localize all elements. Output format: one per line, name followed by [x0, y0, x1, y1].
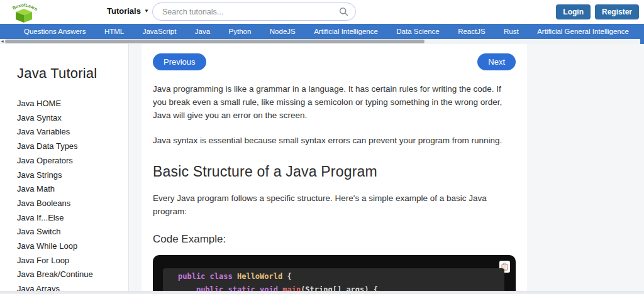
tutorials-menu-label: Tutorials	[107, 6, 141, 16]
sidebar-item-java-booleans[interactable]: Java Booleans	[17, 197, 128, 211]
sidebar-item-java-switch[interactable]: Java Switch	[17, 225, 128, 239]
scrollbar-right-nub	[640, 39, 644, 44]
sidebar-title: Java Tutorial	[17, 65, 128, 82]
login-button[interactable]: Login	[556, 4, 591, 19]
sidebar: Java Tutorial Java HOMEJava SyntaxJava V…	[0, 44, 129, 291]
intro-paragraph: Java programming is like a grammar in a …	[153, 82, 516, 122]
nav-item-html[interactable]: HTML	[104, 28, 124, 35]
search-icon[interactable]	[339, 7, 348, 16]
nav-item-artificial-general-intelligence[interactable]: Artificial General Intelligence	[537, 28, 629, 35]
nav-item-reactjs[interactable]: ReactJS	[458, 28, 485, 35]
nav-item-java[interactable]: Java	[195, 28, 210, 35]
sidebar-item-java-operators[interactable]: Java Operators	[17, 154, 128, 168]
nav-item-python[interactable]: Python	[229, 28, 252, 35]
nav-item-nodejs[interactable]: NodeJS	[270, 28, 296, 35]
horizontal-scrollbar[interactable]: ◄	[0, 39, 644, 44]
search-input[interactable]	[153, 8, 339, 16]
boxoflearn-logo[interactable]: BoxofLearn	[6, 1, 42, 23]
sidebar-item-java-data-types[interactable]: Java Data Types	[17, 139, 128, 154]
nav-item-data-science[interactable]: Data Science	[396, 28, 439, 35]
scrollbar-left-arrow-icon[interactable]: ◄	[0, 39, 4, 44]
sidebar-item-java-variables[interactable]: Java Variables	[17, 125, 128, 139]
sidebar-item-java-arrays[interactable]: Java Arrays	[17, 282, 128, 291]
nav-item-rust[interactable]: Rust	[504, 28, 519, 35]
sidebar-item-java-if-else[interactable]: Java If...Else	[17, 211, 128, 226]
code-example-label: Code Example:	[153, 233, 516, 246]
search-box[interactable]	[152, 3, 356, 21]
sidebar-item-java-home[interactable]: Java HOME	[17, 97, 128, 111]
syntax-paragraph: Java syntax is essential because small s…	[153, 134, 516, 147]
register-button[interactable]: Register	[595, 4, 639, 19]
auth-buttons: Login Register	[556, 4, 639, 19]
nav-item-javascript[interactable]: JavaScript	[143, 28, 177, 35]
sidebar-item-java-syntax[interactable]: Java Syntax	[17, 111, 128, 126]
scrollbar-thumb[interactable]	[5, 40, 425, 43]
sidebar-item-java-strings[interactable]: Java Strings	[17, 168, 128, 183]
logo-icon: BoxofLearn	[6, 1, 42, 23]
sidebar-item-java-break-continue[interactable]: Java Break/Continue	[17, 268, 128, 282]
page-bottom-scroll-track[interactable]	[0, 291, 644, 294]
code-editor[interactable]: public class HelloWorld { public static …	[163, 268, 504, 291]
pager: Previous Next	[153, 53, 516, 70]
app-header: BoxofLearn Tutorials ▼ Login Register	[0, 0, 644, 24]
main-content: Previous Next Java programming is like a…	[142, 44, 527, 291]
tutorials-menu[interactable]: Tutorials ▼	[107, 6, 149, 16]
top-navbar: Questions AnswersHTMLJavaScriptJavaPytho…	[0, 24, 644, 39]
structure-paragraph: Every Java program follows a specific st…	[153, 192, 516, 218]
caret-down-icon: ▼	[144, 8, 149, 14]
navbar-items: Questions AnswersHTMLJavaScriptJavaPytho…	[24, 28, 629, 35]
sidebar-item-java-while-loop[interactable]: Java While Loop	[17, 239, 128, 254]
next-button[interactable]: Next	[477, 53, 516, 70]
sidebar-item-java-for-loop[interactable]: Java For Loop	[17, 254, 128, 268]
nav-item-artificial-intelligence[interactable]: Artificial Intelligence	[314, 28, 378, 35]
code-line-2: public static void main(String[] args) {	[178, 283, 504, 291]
code-line-1: public class HelloWorld {	[178, 270, 504, 283]
sidebar-item-java-math[interactable]: Java Math	[17, 182, 128, 197]
section-heading: Basic Structure of a Java Program	[153, 163, 516, 180]
nav-item-questions-answers[interactable]: Questions Answers	[24, 28, 86, 35]
previous-button[interactable]: Previous	[153, 53, 206, 70]
sidebar-list: Java HOMEJava SyntaxJava VariablesJava D…	[17, 97, 128, 291]
code-block: public class HelloWorld { public static …	[153, 255, 516, 291]
